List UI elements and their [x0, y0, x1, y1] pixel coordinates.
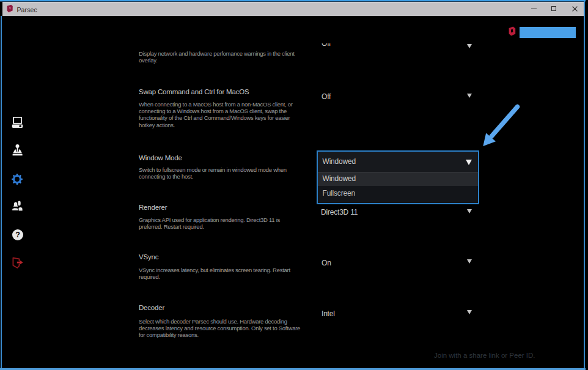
svg-text:?: ? — [15, 231, 20, 239]
